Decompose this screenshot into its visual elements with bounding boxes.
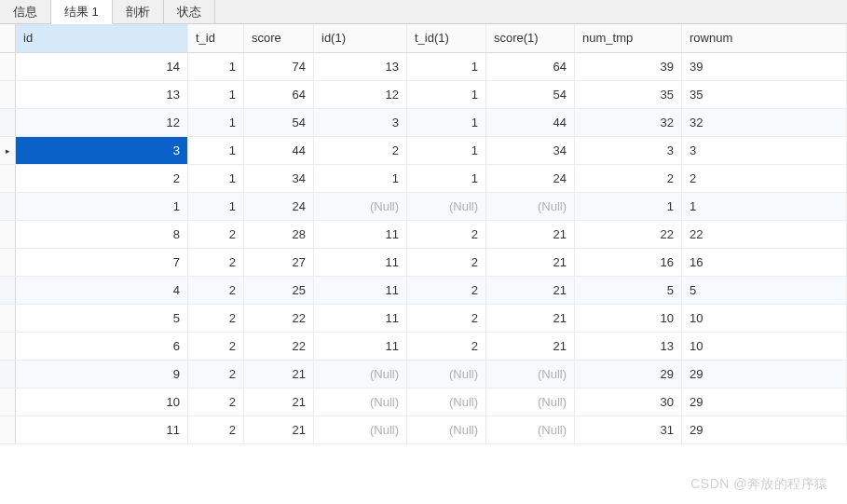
cell-rownum[interactable]: 1 [682,192,847,220]
cell-num_tmp[interactable]: 39 [575,52,682,80]
row-gutter[interactable] [0,388,16,415]
row-gutter[interactable] [0,164,16,192]
table-row[interactable]: 1124(Null)(Null)(Null)11 [0,192,847,220]
cell-id[interactable]: 2 [16,164,188,192]
cell-num_tmp[interactable]: 35 [575,80,682,108]
cell-t_id1[interactable]: (Null) [407,192,486,220]
row-gutter[interactable] [0,80,16,108]
cell-id[interactable]: 10 [16,388,188,415]
cell-t_id1[interactable]: 2 [407,220,486,248]
cell-id[interactable]: 11 [16,415,188,443]
cell-t_id[interactable]: 2 [188,415,244,443]
row-gutter[interactable] [0,220,16,248]
table-row[interactable]: 11221(Null)(Null)(Null)3129 [0,415,847,443]
cell-score[interactable]: 34 [244,164,314,192]
table-row[interactable]: 6222112211310 [0,332,847,360]
cell-score[interactable]: 27 [244,248,314,276]
table-row[interactable]: 9221(Null)(Null)(Null)2929 [0,360,847,388]
cell-t_id[interactable]: 2 [188,304,244,332]
cell-rownum[interactable]: 3 [682,136,847,164]
cell-rownum[interactable]: 35 [682,80,847,108]
cell-id[interactable]: 7 [16,248,188,276]
cell-t_id[interactable]: 2 [188,388,244,415]
table-row[interactable]: 42251122155 [0,276,847,304]
row-gutter[interactable] [0,248,16,276]
cell-id1[interactable]: 12 [314,80,407,108]
cell-id[interactable]: 1 [16,192,188,220]
column-header-num_tmp[interactable]: num_tmp [575,24,682,52]
column-header-rownum[interactable]: rownum [682,24,847,52]
cell-t_id1[interactable]: 2 [407,248,486,276]
cell-score1[interactable]: 34 [486,136,575,164]
cell-score1[interactable]: 21 [486,332,575,360]
cell-score1[interactable]: 64 [486,52,575,80]
cell-t_id[interactable]: 2 [188,332,244,360]
row-gutter[interactable] [0,108,16,136]
cell-num_tmp[interactable]: 10 [575,304,682,332]
cell-t_id[interactable]: 2 [188,360,244,388]
cell-rownum[interactable]: 5 [682,276,847,304]
cell-t_id1[interactable]: 2 [407,276,486,304]
cell-t_id[interactable]: 2 [188,276,244,304]
cell-t_id1[interactable]: 1 [407,164,486,192]
tab-2[interactable]: 剖析 [113,0,164,23]
table-row[interactable]: 2134112422 [0,164,847,192]
tab-1[interactable]: 结果 1 [51,0,113,24]
cell-score1[interactable]: (Null) [486,388,575,415]
cell-rownum[interactable]: 22 [682,220,847,248]
cell-num_tmp[interactable]: 22 [575,220,682,248]
cell-rownum[interactable]: 32 [682,108,847,136]
cell-t_id1[interactable]: (Null) [407,360,486,388]
cell-id[interactable]: 12 [16,108,188,136]
cell-score1[interactable]: 21 [486,248,575,276]
cell-id[interactable]: 9 [16,360,188,388]
cell-score[interactable]: 21 [244,388,314,415]
cell-rownum[interactable]: 16 [682,248,847,276]
cell-id1[interactable]: (Null) [314,415,407,443]
cell-score1[interactable]: (Null) [486,415,575,443]
cell-score1[interactable]: 44 [486,108,575,136]
cell-rownum[interactable]: 2 [682,164,847,192]
cell-t_id1[interactable]: 2 [407,304,486,332]
cell-t_id[interactable]: 1 [188,52,244,80]
cell-score[interactable]: 21 [244,415,314,443]
cell-score[interactable]: 22 [244,304,314,332]
row-gutter[interactable] [0,192,16,220]
cell-id[interactable]: 3 [16,136,188,164]
cell-id1[interactable]: 1 [314,164,407,192]
cell-rownum[interactable]: 10 [682,304,847,332]
cell-num_tmp[interactable]: 2 [575,164,682,192]
cell-score[interactable]: 74 [244,52,314,80]
cell-t_id1[interactable]: 1 [407,136,486,164]
cell-t_id[interactable]: 1 [188,192,244,220]
column-header-score[interactable]: score [244,24,314,52]
table-row[interactable]: 8228112212222 [0,220,847,248]
cell-rownum[interactable]: 10 [682,332,847,360]
table-row[interactable]: 1215431443232 [0,108,847,136]
table-row[interactable]: 5222112211010 [0,304,847,332]
cell-score[interactable]: 24 [244,192,314,220]
column-header-t_id[interactable]: t_id [188,24,244,52]
cell-id1[interactable]: 2 [314,136,407,164]
cell-id1[interactable]: 11 [314,248,407,276]
row-gutter[interactable] [0,415,16,443]
cell-score1[interactable]: (Null) [486,192,575,220]
cell-t_id1[interactable]: 1 [407,80,486,108]
cell-id1[interactable]: 11 [314,304,407,332]
cell-rownum[interactable]: 29 [682,360,847,388]
cell-t_id[interactable]: 1 [188,108,244,136]
cell-num_tmp[interactable]: 31 [575,415,682,443]
cell-id1[interactable]: (Null) [314,192,407,220]
table-row[interactable]: 3144213433 [0,136,847,164]
cell-t_id[interactable]: 2 [188,220,244,248]
cell-id1[interactable]: 3 [314,108,407,136]
cell-id[interactable]: 14 [16,52,188,80]
cell-id[interactable]: 5 [16,304,188,332]
cell-id1[interactable]: (Null) [314,388,407,415]
row-gutter[interactable] [0,136,16,164]
cell-num_tmp[interactable]: 5 [575,276,682,304]
cell-score1[interactable]: 21 [486,220,575,248]
row-gutter[interactable] [0,276,16,304]
table-row[interactable]: 13164121543535 [0,80,847,108]
cell-score[interactable]: 28 [244,220,314,248]
